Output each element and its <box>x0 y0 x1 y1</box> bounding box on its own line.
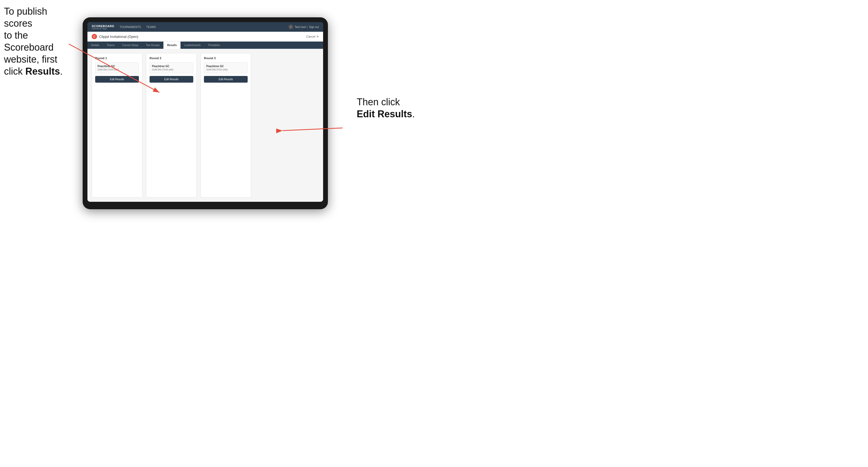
main-content: Round 1 Peachtree GC Gold (M) (7010 yds)… <box>87 49 323 202</box>
tab-leaderboards[interactable]: Leaderboards <box>181 41 205 49</box>
logo-subtext: Powered by clippd <box>92 28 114 30</box>
sign-out-link[interactable]: Sign out <box>309 26 319 29</box>
round-1-course-name: Peachtree GC <box>98 65 136 68</box>
nav-user-area: T Test User | Sign out <box>288 25 319 29</box>
round-card-1: Round 1 Peachtree GC Gold (M) (7010 yds)… <box>92 53 142 197</box>
nav-links: TOURNAMENTS TEAMS <box>119 26 288 29</box>
round-3-course-detail: Gold (M) (7010 yds) <box>206 68 245 71</box>
round-1-course-detail: Gold (M) (7010 yds) <box>98 68 136 71</box>
tab-teams[interactable]: Teams <box>103 41 118 49</box>
round-1-course-card: Peachtree GC Gold (M) (7010 yds) <box>95 62 139 73</box>
edit-results-button-2[interactable]: Edit Results <box>150 76 193 83</box>
tablet-screen: SCOREBOARD Powered by clippd TOURNAMENTS… <box>87 22 323 202</box>
round-1-title: Round 1 <box>95 57 139 60</box>
edit-results-button-1[interactable]: Edit Results <box>95 76 139 83</box>
nav-teams[interactable]: TEAMS <box>146 26 156 29</box>
round-3-course-card: Peachtree GC Gold (M) (7010 yds) <box>204 62 248 73</box>
round-2-course-detail: Gold (M) (7010 yds) <box>152 68 191 71</box>
tab-printables[interactable]: Printables <box>205 41 224 49</box>
round-2-title: Round 2 <box>150 57 193 60</box>
round-card-3: Round 3 Peachtree GC Gold (M) (7010 yds)… <box>200 53 251 197</box>
close-icon: ✕ <box>316 35 319 38</box>
tab-tee-groups[interactable]: Tee Groups <box>142 41 163 49</box>
tournament-header: C Clippd Invitational (Open) Cancel ✕ <box>87 32 323 41</box>
tournament-title: Clippd Invitational (Open) <box>99 35 138 39</box>
top-nav: SCOREBOARD Powered by clippd TOURNAMENTS… <box>87 22 323 32</box>
tab-details[interactable]: Details <box>87 41 103 49</box>
tab-course-setup[interactable]: Course Setup <box>118 41 142 49</box>
nav-tournaments[interactable]: TOURNAMENTS <box>119 26 141 29</box>
tournament-icon: C <box>92 34 97 39</box>
instruction-text-1: To publish scores to the Scoreboard webs… <box>4 5 76 77</box>
tab-results[interactable]: Results <box>163 41 181 49</box>
tab-bar: Details Teams Course Setup Tee Groups Re… <box>87 41 323 49</box>
cancel-button[interactable]: Cancel ✕ <box>306 35 319 38</box>
round-card-2: Round 2 Peachtree GC Gold (M) (7010 yds)… <box>146 53 197 197</box>
round-2-course-name: Peachtree GC <box>152 65 191 68</box>
user-avatar: T <box>288 25 293 29</box>
instruction-text-2: Then click Edit Results. <box>357 96 429 120</box>
round-2-course-card: Peachtree GC Gold (M) (7010 yds) <box>150 62 193 73</box>
user-label: Test User | <box>295 26 308 29</box>
logo-area: SCOREBOARD Powered by clippd <box>92 25 114 30</box>
logo-text: SCOREBOARD <box>92 25 114 28</box>
tablet-device: SCOREBOARD Powered by clippd TOURNAMENTS… <box>83 17 328 209</box>
edit-results-button-3[interactable]: Edit Results <box>204 76 248 83</box>
round-3-course-name: Peachtree GC <box>206 65 245 68</box>
round-3-title: Round 3 <box>204 57 248 60</box>
tournament-title-row: C Clippd Invitational (Open) <box>92 34 138 39</box>
